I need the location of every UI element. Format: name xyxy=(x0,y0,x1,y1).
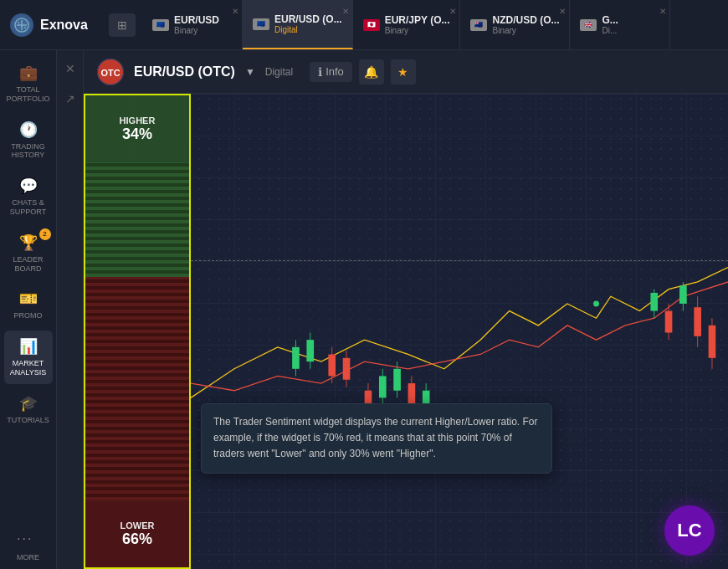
tutorials-icon: 🎓 xyxy=(19,394,38,413)
sentiment-bar-container xyxy=(85,162,189,500)
sidebar-tutorials-wrap: 🎓 TUTORIALS xyxy=(4,387,53,432)
lc-logo: LC xyxy=(664,505,715,556)
asset-header: OTC EUR/USD (OTC) ▼ Digital ℹ Info 🔔 ★ xyxy=(84,50,728,94)
higher-percentage: 34% xyxy=(122,126,152,143)
tab-close-5[interactable]: ✕ xyxy=(659,7,666,16)
sidebar-item-promo[interactable]: 🎫 PROMO xyxy=(4,283,53,327)
sidebar-label-portfolio: TOTALPORTFOLIO xyxy=(7,85,50,104)
svg-rect-28 xyxy=(665,311,673,333)
tab-type-3: Binary xyxy=(385,26,450,35)
market-icon: 📊 xyxy=(19,337,38,356)
candlestick-area xyxy=(191,94,728,569)
higher-label: HIGHER xyxy=(120,115,156,126)
tab-flag-4: 🇳🇿 xyxy=(470,19,487,31)
notification-button[interactable]: 🔔 xyxy=(359,59,384,85)
sidebar-label-chats: CHATS &SUPPORT xyxy=(10,198,46,217)
sidebar-item-tutorials[interactable]: 🎓 TUTORIALS xyxy=(4,387,53,432)
tab-name-4: NZD/USD (O... xyxy=(492,14,559,26)
more-label[interactable]: MORE xyxy=(17,553,39,562)
tab-info-5: G... Di... xyxy=(602,14,618,35)
chart-area: HIGHER 34% LOWER 66% The Trader Sentimen… xyxy=(84,94,728,569)
secondary-sidebar: ✕ ↗ xyxy=(57,50,84,569)
sidebar-leaderboard-wrap: 🏆 LEADERBOARD 2 xyxy=(4,227,53,280)
sidebar-portfolio-wrap: 💼 TOTALPORTFOLIO xyxy=(4,57,53,110)
chats-icon: 💬 xyxy=(19,177,38,195)
close-panel-button[interactable]: ✕ xyxy=(60,57,80,80)
history-icon: 🕐 xyxy=(19,120,38,139)
tab-close-3[interactable]: ✕ xyxy=(449,7,456,16)
tab-info-1: EUR/USD Binary xyxy=(174,14,219,35)
svg-rect-34 xyxy=(709,326,716,358)
tab-close-1[interactable]: ✕ xyxy=(232,7,238,16)
tab-name-3: EUR/JPY (O... xyxy=(385,14,450,26)
tab-flag-3: 🇯🇵 xyxy=(363,19,380,31)
tab-eurjpy[interactable]: ✕ 🇯🇵 EUR/JPY (O... Binary xyxy=(353,0,461,49)
favorite-button[interactable]: ★ xyxy=(391,59,416,85)
main-content: OTC EUR/USD (OTC) ▼ Digital ℹ Info 🔔 ★ xyxy=(84,50,728,569)
svg-point-35 xyxy=(593,300,599,306)
svg-point-3 xyxy=(18,22,19,23)
tab-nzdusd[interactable]: ✕ 🇳🇿 NZD/USD (O... Binary xyxy=(460,0,570,49)
tab-type-2: Digital xyxy=(274,25,342,34)
tab-info-3: EUR/JPY (O... Binary xyxy=(385,14,450,35)
leaderboard-icon: 🏆 xyxy=(19,233,38,252)
tab-name-5: G... xyxy=(602,14,618,26)
lower-bar xyxy=(85,277,189,500)
sentiment-lower-section: LOWER 66% xyxy=(85,500,189,567)
sidebar-item-market[interactable]: 📊 MARKETANALYSIS xyxy=(4,331,53,384)
tab-close-2[interactable]: ✕ xyxy=(342,7,349,16)
tab-info-2: EUR/USD (O... Digital xyxy=(274,13,342,34)
svg-rect-26 xyxy=(650,293,658,311)
logo-area: Exnova xyxy=(0,13,109,37)
svg-rect-14 xyxy=(343,358,351,380)
svg-text:OTC: OTC xyxy=(100,68,120,78)
tab-flag-1: 🇪🇺 xyxy=(152,19,169,31)
sidebar-label-market: MARKETANALYSIS xyxy=(10,359,46,377)
svg-rect-30 xyxy=(679,285,687,304)
tooltip-text: The Trader Sentiment widget displays the… xyxy=(213,416,538,459)
header-actions: ℹ Info 🔔 ★ xyxy=(310,59,416,85)
tab-close-4[interactable]: ✕ xyxy=(559,7,566,16)
sentiment-tooltip: The Trader Sentiment widget displays the… xyxy=(201,403,552,474)
star-icon: ★ xyxy=(397,65,408,79)
expand-button[interactable]: ↗ xyxy=(60,87,80,110)
tab-eurusd-digital[interactable]: ✕ 🇪🇺 EUR/USD (O... Digital xyxy=(243,0,353,49)
sidebar-label-history: TRADINGHISTORY xyxy=(11,142,45,161)
grid-view-button[interactable]: ⊞ xyxy=(109,13,136,37)
logo-text: Exnova xyxy=(40,18,88,33)
sentiment-higher-section: HIGHER 34% xyxy=(85,95,189,162)
tab-eurusd-binary[interactable]: ✕ 🇪🇺 EUR/USD Binary xyxy=(142,0,243,49)
sidebar-chats-wrap: 💬 CHATS &SUPPORT xyxy=(4,170,53,223)
tab-type-5: Di... xyxy=(602,26,618,35)
tab-name-2: EUR/USD (O... xyxy=(274,13,342,25)
svg-rect-22 xyxy=(408,383,416,405)
sidebar-item-chats[interactable]: 💬 CHATS &SUPPORT xyxy=(4,170,53,223)
lc-logo-text: LC xyxy=(677,520,701,541)
sidebar-promo-wrap: 🎫 PROMO xyxy=(4,283,53,327)
svg-rect-12 xyxy=(328,354,336,376)
tab-flag-5: 🇬🇧 xyxy=(580,19,597,31)
sidebar-market-wrap: 📊 MARKETANALYSIS xyxy=(4,331,53,384)
tab-flag-2: 🇪🇺 xyxy=(253,18,269,30)
promo-icon: 🎫 xyxy=(19,290,38,308)
sidebar-label-tutorials: TUTORIALS xyxy=(7,416,49,425)
svg-rect-8 xyxy=(292,347,300,369)
tab-gbp[interactable]: ✕ 🇬🇧 G... Di... xyxy=(570,0,670,49)
info-label: Info xyxy=(326,65,344,78)
sidebar-item-portfolio[interactable]: 💼 TOTALPORTFOLIO xyxy=(4,57,53,110)
tab-type-1: Binary xyxy=(174,26,219,35)
sidebar-label-promo: PROMO xyxy=(13,311,42,320)
bell-icon: 🔔 xyxy=(364,65,378,79)
logo-icon xyxy=(10,13,33,37)
sidebar-item-history[interactable]: 🕐 TRADINGHISTORY xyxy=(4,114,53,167)
tabs-area: ✕ 🇪🇺 EUR/USD Binary ✕ 🇪🇺 EUR/USD (O... D… xyxy=(142,0,728,49)
lower-percentage: 66% xyxy=(122,531,152,548)
asset-dropdown-arrow[interactable]: ▼ xyxy=(245,66,255,78)
tab-name-1: EUR/USD xyxy=(174,14,219,26)
tab-type-4: Binary xyxy=(492,26,559,35)
svg-rect-10 xyxy=(306,340,314,361)
sidebar: 💼 TOTALPORTFOLIO 🕐 TRADINGHISTORY 💬 CHAT… xyxy=(0,50,57,569)
info-button[interactable]: ℹ Info xyxy=(310,62,352,82)
svg-rect-20 xyxy=(393,369,401,391)
svg-rect-18 xyxy=(379,376,387,397)
